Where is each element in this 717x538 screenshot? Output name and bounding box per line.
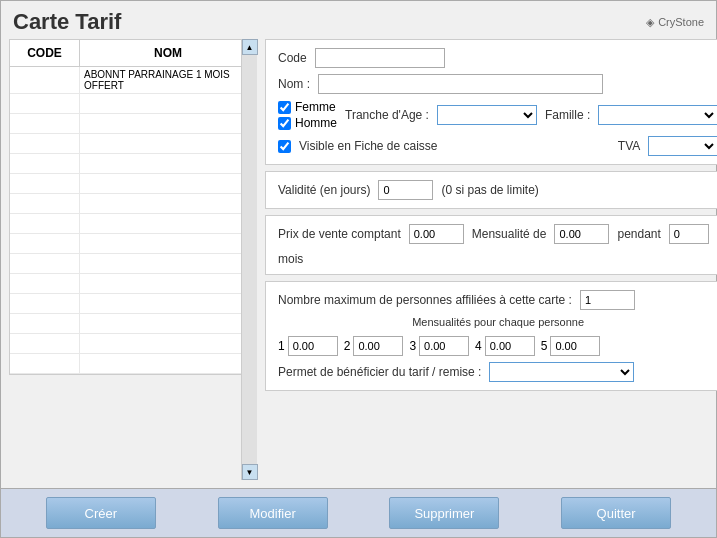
tva-select[interactable] (648, 136, 717, 156)
cell-code (10, 94, 80, 113)
mens-input-4[interactable] (485, 336, 535, 356)
nom-input[interactable] (318, 74, 603, 94)
mens-input-3[interactable] (419, 336, 469, 356)
mensualite-item-4: 4 (475, 336, 535, 356)
homme-checkbox[interactable] (278, 117, 291, 130)
personnes-section: Nombre maximum de personnes affiliées à … (265, 281, 717, 391)
prix-vente-input[interactable] (409, 224, 464, 244)
table-row[interactable] (10, 294, 241, 314)
validite-input[interactable] (378, 180, 433, 200)
famille-label: Famille : (545, 108, 590, 122)
checkbox-tranche-row: Femme Homme Tranche d'Age : Famille : (278, 100, 717, 130)
table-rows[interactable]: ABONNT PARRAINAGE 1 MOIS OFFERT (10, 67, 241, 374)
cell-nom (80, 334, 241, 353)
prix-section: Prix de vente comptant Mensualité de pen… (265, 215, 717, 275)
cell-code (10, 194, 80, 213)
mensualites-chaque-label: Mensualités pour chaque personne (278, 316, 717, 328)
main-window: Carte Tarif ◈ CryStone CODE NOM ABONNT P… (0, 0, 717, 538)
remise-label: Permet de bénéficier du tarif / remise : (278, 365, 481, 379)
mensualite-item-3: 3 (409, 336, 469, 356)
famille-select[interactable] (598, 105, 717, 125)
nom-label: Nom : (278, 77, 310, 91)
mens-input-1[interactable] (288, 336, 338, 356)
femme-checkbox[interactable] (278, 101, 291, 114)
cell-code (10, 334, 80, 353)
code-input[interactable] (315, 48, 445, 68)
table-row[interactable] (10, 314, 241, 334)
mens-input-2[interactable] (353, 336, 403, 356)
scrollbar: ▲ ▼ (241, 39, 257, 480)
table-row[interactable] (10, 114, 241, 134)
scroll-down-btn[interactable]: ▼ (242, 464, 258, 480)
cell-code (10, 67, 80, 93)
visible-checkbox[interactable] (278, 140, 291, 153)
col-code-header: CODE (10, 40, 80, 66)
table-row[interactable] (10, 234, 241, 254)
code-label: Code (278, 51, 307, 65)
table-row[interactable]: ABONNT PARRAINAGE 1 MOIS OFFERT (10, 67, 241, 94)
mens-input-5[interactable] (550, 336, 600, 356)
table-row[interactable] (10, 154, 241, 174)
cell-code (10, 294, 80, 313)
scroll-up-btn[interactable]: ▲ (242, 39, 258, 55)
cell-code (10, 234, 80, 253)
brand-name: CryStone (658, 16, 704, 28)
cell-code (10, 154, 80, 173)
modifier-button[interactable]: Modifier (218, 497, 328, 529)
mensualite-input[interactable] (554, 224, 609, 244)
prix-vente-label: Prix de vente comptant (278, 227, 401, 241)
table-row[interactable] (10, 174, 241, 194)
gender-checkboxes: Femme Homme (278, 100, 337, 130)
femme-label: Femme (295, 100, 336, 114)
table-row[interactable] (10, 134, 241, 154)
table-row[interactable] (10, 274, 241, 294)
mois-label: mois (278, 252, 303, 266)
validite-label: Validité (en jours) (278, 183, 370, 197)
cell-nom (80, 214, 241, 233)
cell-code (10, 274, 80, 293)
cell-nom (80, 134, 241, 153)
cell-code (10, 254, 80, 273)
validite-row: Validité (en jours) (0 si pas de limite) (278, 180, 717, 200)
table-row[interactable] (10, 214, 241, 234)
cell-nom (80, 154, 241, 173)
nom-row: Nom : (278, 74, 717, 94)
remise-section: Permet de bénéficier du tarif / remise : (278, 362, 717, 382)
mensualite-item-1: 1 (278, 336, 338, 356)
quitter-button[interactable]: Quitter (561, 497, 671, 529)
mens-num-1: 1 (278, 339, 285, 353)
visible-label: Visible en Fiche de caisse (299, 139, 438, 153)
table-row[interactable] (10, 94, 241, 114)
supprimer-button[interactable]: Supprimer (389, 497, 499, 529)
table-content: CODE NOM ABONNT PARRAINAGE 1 MOIS OFFERT (9, 39, 241, 480)
table-row[interactable] (10, 254, 241, 274)
validite-section: Validité (en jours) (0 si pas de limite) (265, 171, 717, 209)
table-row[interactable] (10, 194, 241, 214)
right-panel: Code Nom : Femme (265, 39, 717, 480)
mens-num-2: 2 (344, 339, 351, 353)
cell-nom: ABONNT PARRAINAGE 1 MOIS OFFERT (80, 67, 241, 93)
mensualite-label: Mensualité de (472, 227, 547, 241)
table-row[interactable] (10, 354, 241, 374)
left-panel: CODE NOM ABONNT PARRAINAGE 1 MOIS OFFERT (9, 39, 241, 375)
cell-code (10, 314, 80, 333)
pendant-input[interactable] (669, 224, 709, 244)
remise-select[interactable] (489, 362, 634, 382)
mensualites-row: 1 2 3 4 5 (278, 336, 717, 356)
mensualite-item-2: 2 (344, 336, 404, 356)
table-header: CODE NOM (10, 40, 241, 67)
visible-row: Visible en Fiche de caisse (278, 139, 438, 153)
creer-button[interactable]: Créer (46, 497, 156, 529)
max-personnes-input[interactable] (580, 290, 635, 310)
mens-num-4: 4 (475, 339, 482, 353)
cell-nom (80, 294, 241, 313)
basic-info-section: Code Nom : Femme (265, 39, 717, 165)
table-row[interactable] (10, 334, 241, 354)
tranche-age-select[interactable] (437, 105, 537, 125)
homme-checkbox-row: Homme (278, 116, 337, 130)
mens-num-3: 3 (409, 339, 416, 353)
tva-section: TVA (618, 136, 717, 156)
tva-label: TVA (618, 139, 640, 153)
bottom-bar: Créer Modifier Supprimer Quitter (1, 488, 716, 537)
col-nom-header: NOM (80, 40, 241, 66)
